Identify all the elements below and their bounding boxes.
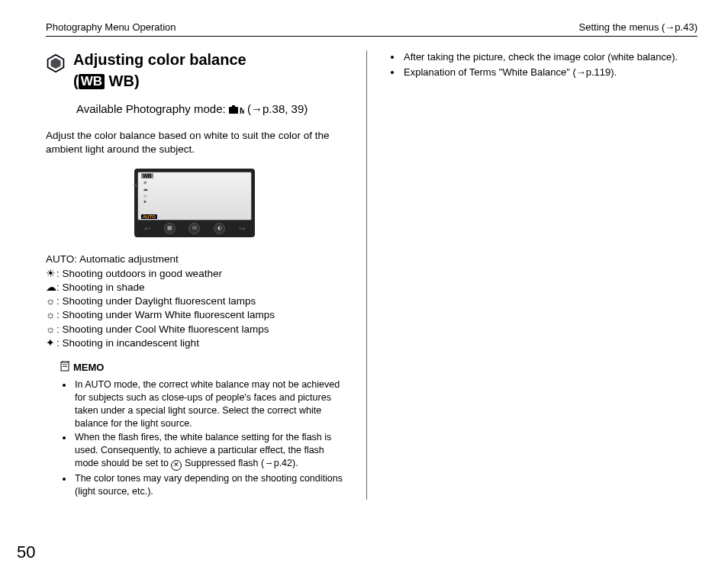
suppressed-flash-icon: ✕ xyxy=(171,460,182,471)
arrow-icon: → xyxy=(665,21,675,33)
title-line2: (WB WB) xyxy=(73,72,246,90)
lcd-button-icon: ▦ xyxy=(164,223,176,234)
left-column: Adjusting color balance (WB WB) Availabl… xyxy=(46,50,343,500)
svg-rect-3 xyxy=(232,105,235,108)
content-columns: Adjusting color balance (WB WB) Availabl… xyxy=(46,50,697,500)
page-header: Photography Menu Operation Setting the m… xyxy=(46,21,697,37)
title-line1: Adjusting color balance xyxy=(73,50,246,69)
lcd-auto-label: AUTO xyxy=(141,214,157,219)
triangle-left-icon xyxy=(134,183,137,188)
arrow-icon: → xyxy=(251,102,263,115)
right-column: After taking the picture, check the imag… xyxy=(366,50,680,500)
memo-list: In AUTO mode, the correct white balance … xyxy=(73,378,343,498)
svg-marker-1 xyxy=(51,58,61,69)
svg-rect-2 xyxy=(229,107,238,114)
forward-arrow-icon: ↪ xyxy=(239,224,245,233)
intro-text: Adjust the color balance based on white … xyxy=(46,129,343,156)
memo-item: The color tones may vary depending on th… xyxy=(73,472,343,498)
memo-icon xyxy=(60,361,70,374)
def-auto: AUTO: Automatic adjustment xyxy=(46,253,343,266)
lcd-illustration: WB ☀☁☼✦ AUTO ↩ ▦ ✉ ◐ ↪ xyxy=(46,169,343,237)
memo-item: When the flash fires, the white balance … xyxy=(73,431,343,471)
def-sun: ☀: Shooting outdoors in good weather xyxy=(46,267,343,281)
fluorescent3-icon: ☼ xyxy=(46,323,56,336)
page-number: 50 xyxy=(17,542,35,562)
camera-manual-icon: M xyxy=(229,102,244,118)
fluorescent2-icon: ☼ xyxy=(46,308,56,322)
fluorescent1-icon: ☼ xyxy=(46,294,56,308)
def-shade: ☁: Shooting in shade xyxy=(46,281,343,294)
hexagon-icon xyxy=(46,53,66,76)
arrow-icon: → xyxy=(576,66,586,78)
lcd-button-icon: ✉ xyxy=(188,223,200,234)
sun-icon: ☀ xyxy=(46,267,56,281)
shade-icon: ☁ xyxy=(46,281,56,294)
def-fl1: ☼: Shooting under Daylight fluorescent l… xyxy=(46,294,343,308)
def-inc: ✦: Shooting in incandescent light xyxy=(46,336,343,350)
header-right: Setting the menus (→p.43) xyxy=(579,21,697,33)
def-fl3: ☼: Shooting under Cool White fluorescent… xyxy=(46,323,343,336)
lcd-button-bar: ↩ ▦ ✉ ◐ ↪ xyxy=(137,223,252,234)
manual-page: Photography Menu Operation Setting the m… xyxy=(0,0,728,576)
wb-badge-icon: WB xyxy=(79,74,105,89)
def-fl2: ☼: Shooting under Warm White fluorescent… xyxy=(46,308,343,322)
incandescent-icon: ✦ xyxy=(46,336,56,350)
return-arrow-icon: ↩ xyxy=(144,224,150,233)
section-title: Adjusting color balance (WB WB) xyxy=(46,50,343,93)
memo-heading: MEMO xyxy=(60,361,343,374)
lcd-button-icon: ◐ xyxy=(214,223,225,234)
lcd-option-icons: ☀☁☼✦ xyxy=(143,180,148,204)
wb-definitions: AUTO: Automatic adjustment ☀: Shooting o… xyxy=(46,253,343,350)
lcd-wb-label: WB xyxy=(141,173,153,179)
header-left: Photography Menu Operation xyxy=(46,21,176,33)
memo-item: In AUTO mode, the correct white balance … xyxy=(73,378,343,430)
right-item: Explanation of Terms "White Balance" (→p… xyxy=(402,66,680,79)
available-mode: Available Photography mode: M (→p.38, 39… xyxy=(76,101,343,118)
right-list: After taking the picture, check the imag… xyxy=(402,50,680,79)
right-item: After taking the picture, check the imag… xyxy=(402,50,680,64)
